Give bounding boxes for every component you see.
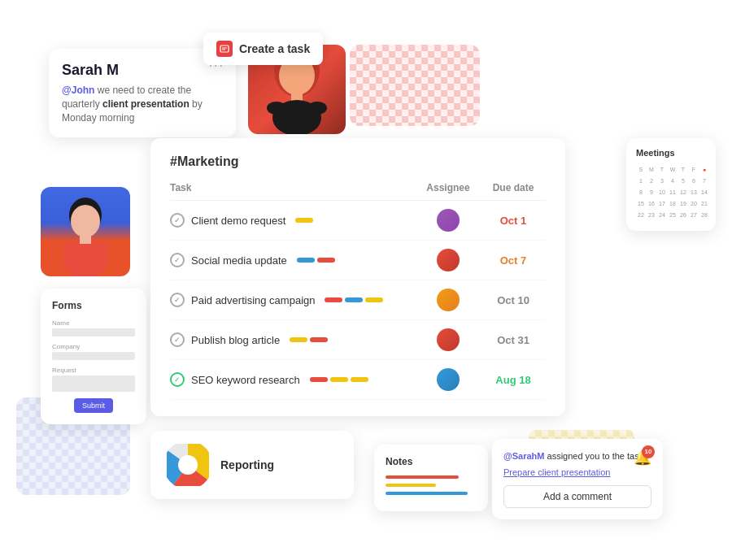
forms-request-line bbox=[52, 376, 135, 392]
task-label-4: Publish blog article bbox=[191, 334, 280, 346]
col-assignee: Assignee bbox=[416, 182, 481, 193]
notes-line-2 bbox=[386, 484, 436, 487]
task-name-1: ✓ Client demo request bbox=[170, 213, 416, 228]
notes-title: Notes bbox=[386, 456, 477, 467]
sarah-bold: client presentation bbox=[102, 98, 190, 110]
table-row[interactable]: ✓ Social media update Oct 7 bbox=[170, 241, 546, 280]
check-icon-2: ✓ bbox=[170, 253, 185, 267]
decorative-pink-checker bbox=[350, 45, 480, 126]
svg-point-5 bbox=[307, 102, 327, 115]
cal-row-2: 8 9 10 11 12 13 14 bbox=[636, 187, 706, 197]
check-icon-1: ✓ bbox=[170, 213, 185, 228]
task-assignee-3 bbox=[416, 289, 481, 311]
forms-card: Forms Name Company Request Submit bbox=[41, 289, 146, 424]
comment-notification-text: assigned you to the task bbox=[547, 451, 644, 461]
table-row[interactable]: ✓ Client demo request Oct 1 bbox=[170, 201, 546, 241]
marketing-card: #Marketing Task Assignee Due date ✓ Clie… bbox=[150, 138, 565, 416]
task-tags-4 bbox=[290, 337, 328, 342]
cal-day-th: T bbox=[678, 164, 688, 174]
tag-red-2 bbox=[317, 258, 335, 263]
person-photo-2 bbox=[41, 187, 130, 276]
col-due-date: Due date bbox=[481, 182, 546, 193]
task-label-3: Paid advertising campaign bbox=[191, 294, 315, 306]
forms-submit-button[interactable]: Submit bbox=[74, 398, 113, 413]
task-date-2: Oct 7 bbox=[481, 254, 546, 267]
tag-yellow-5b bbox=[351, 377, 368, 382]
col-task: Task bbox=[170, 182, 416, 193]
check-icon-4: ✓ bbox=[170, 332, 185, 347]
cal-day-w: W bbox=[668, 164, 678, 174]
forms-name-line bbox=[52, 328, 135, 336]
cal-day-s: S bbox=[636, 164, 646, 174]
pie-chart bbox=[167, 444, 209, 486]
avatar-2 bbox=[437, 249, 460, 271]
task-tags-3 bbox=[325, 297, 383, 302]
comment-task-link[interactable]: Prepare client presentation bbox=[503, 467, 651, 477]
task-date-3: Oct 10 bbox=[481, 294, 546, 306]
task-assignee-2 bbox=[416, 249, 481, 271]
tag-red-5 bbox=[310, 377, 328, 382]
meetings-card: Meetings S M T W T F ● 1 2 3 4 5 6 7 8 9… bbox=[626, 138, 716, 231]
forms-title: Forms bbox=[52, 300, 135, 311]
task-date-5: Aug 18 bbox=[481, 374, 546, 386]
create-task-label: Create a task bbox=[239, 42, 310, 55]
avatar-1 bbox=[437, 209, 460, 232]
cal-row-4: 22 23 24 25 26 27 28 bbox=[636, 210, 706, 219]
tag-blue-3 bbox=[345, 297, 363, 302]
create-task-icon bbox=[216, 41, 233, 57]
create-task-button[interactable]: Create a task bbox=[203, 33, 323, 65]
tag-blue-2 bbox=[297, 258, 315, 263]
task-assignee-4 bbox=[416, 328, 481, 351]
avatar-5 bbox=[437, 368, 460, 391]
notes-line-3 bbox=[386, 492, 468, 495]
cal-day-m: M bbox=[647, 164, 656, 174]
forms-company-field: Company bbox=[52, 343, 135, 360]
avatar-3 bbox=[437, 289, 460, 311]
sarah-name: Sarah M bbox=[62, 62, 223, 79]
notification-badge: 10 bbox=[642, 445, 655, 458]
tag-red-4 bbox=[310, 337, 328, 342]
tag-yellow-3 bbox=[365, 297, 383, 302]
add-comment-button[interactable]: Add a comment bbox=[503, 485, 651, 508]
task-tags-5 bbox=[310, 377, 368, 382]
cal-day-t: T bbox=[657, 164, 667, 174]
forms-company-line bbox=[52, 352, 135, 360]
forms-name-label: Name bbox=[52, 319, 135, 327]
table-row[interactable]: ✓ SEO keyword research Aug 18 bbox=[170, 360, 546, 400]
forms-request-field: Request bbox=[52, 367, 135, 392]
task-date-4: Oct 31 bbox=[481, 334, 546, 346]
comment-notification: @SarahM assigned you to the task bbox=[503, 450, 651, 462]
cal-header-row: S M T W T F ● bbox=[636, 164, 706, 174]
task-name-5: ✓ SEO keyword research bbox=[170, 372, 416, 387]
task-tags-1 bbox=[295, 218, 313, 223]
reporting-label: Reporting bbox=[220, 458, 274, 471]
forms-company-label: Company bbox=[52, 343, 135, 350]
task-table: Task Assignee Due date ✓ Client demo req… bbox=[170, 182, 546, 400]
tag-yellow-4a bbox=[290, 337, 307, 342]
svg-point-10 bbox=[71, 205, 100, 237]
task-label-5: SEO keyword research bbox=[191, 374, 300, 386]
notes-card: Notes bbox=[374, 445, 488, 511]
task-label-1: Client demo request bbox=[191, 215, 285, 227]
reporting-card: Reporting bbox=[150, 431, 354, 499]
svg-rect-13 bbox=[80, 234, 91, 244]
cal-row-1: 1 2 3 4 5 6 7 bbox=[636, 176, 706, 185]
svg-point-4 bbox=[267, 102, 286, 115]
cal-day-sa: ● bbox=[699, 164, 709, 174]
forms-request-label: Request bbox=[52, 367, 135, 374]
sarah-message: @John we need to create the quarterly cl… bbox=[62, 84, 223, 124]
svg-point-18 bbox=[178, 455, 198, 475]
check-icon-3: ✓ bbox=[170, 293, 185, 307]
table-row[interactable]: ✓ Publish blog article Oct 31 bbox=[170, 320, 546, 360]
task-name-3: ✓ Paid advertising campaign bbox=[170, 293, 416, 307]
task-label-2: Social media update bbox=[191, 254, 287, 267]
check-icon-5: ✓ bbox=[170, 372, 185, 387]
task-date-1: Oct 1 bbox=[481, 215, 546, 227]
task-name-4: ✓ Publish blog article bbox=[170, 332, 416, 347]
notification-area: 🔔 10 bbox=[634, 449, 651, 467]
task-assignee-1 bbox=[416, 209, 481, 232]
cal-row-3: 15 16 17 18 19 20 21 bbox=[636, 198, 706, 208]
svg-rect-12 bbox=[63, 242, 107, 267]
svg-rect-6 bbox=[220, 46, 229, 52]
table-row[interactable]: ✓ Paid advertising campaign Oct 10 bbox=[170, 280, 546, 320]
